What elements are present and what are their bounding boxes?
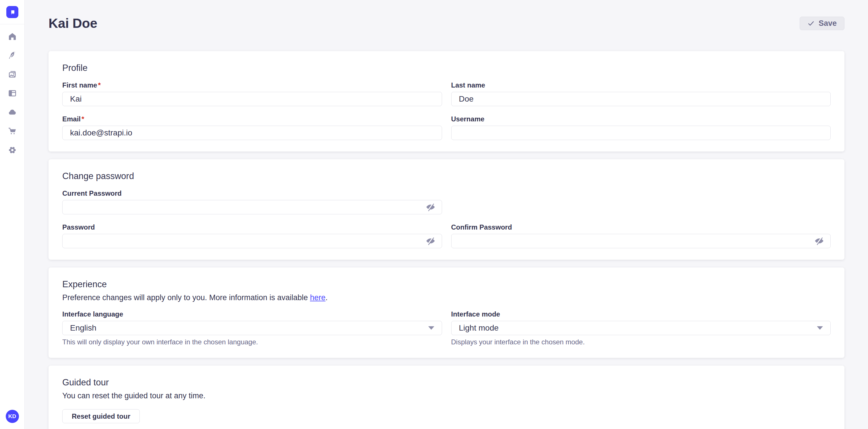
change-password-card: Change password Current Password xyxy=(49,159,844,260)
reset-guided-tour-button[interactable]: Reset guided tour xyxy=(62,409,140,423)
sidebar-item-content-type-builder[interactable] xyxy=(7,51,17,60)
save-button[interactable]: Save xyxy=(800,16,844,30)
username-input[interactable] xyxy=(451,126,831,140)
logo-area xyxy=(0,0,24,24)
last-name-label: Last name xyxy=(451,81,831,90)
more-information-link[interactable]: here xyxy=(310,293,326,302)
save-button-label: Save xyxy=(818,19,837,28)
interface-language-label: Interface language xyxy=(62,310,442,319)
sidebar-item-settings[interactable] xyxy=(7,145,17,155)
new-password-input[interactable] xyxy=(62,234,442,248)
page-title: Kai Doe xyxy=(49,15,97,31)
current-password-input[interactable] xyxy=(62,200,442,214)
page-header: Kai Doe Save xyxy=(49,15,844,31)
toggle-password-visibility-button[interactable] xyxy=(425,235,436,247)
chevron-down-icon xyxy=(428,326,434,330)
last-name-field: Last name xyxy=(451,81,831,106)
interface-language-select[interactable]: English xyxy=(62,321,442,335)
confirm-password-field: Confirm Password xyxy=(451,223,831,248)
current-password-field: Current Password xyxy=(62,189,442,214)
change-password-fields-grid: Current Password xyxy=(62,189,831,248)
user-avatar[interactable]: KD xyxy=(6,410,19,423)
guided-tour-section-title: Guided tour xyxy=(62,377,831,388)
interface-mode-select[interactable]: Light mode xyxy=(451,321,831,335)
current-password-label: Current Password xyxy=(62,189,442,198)
interface-language-value: English xyxy=(70,323,96,333)
first-name-label: First name* xyxy=(62,81,442,90)
interface-mode-value: Light mode xyxy=(459,323,499,333)
eye-off-icon xyxy=(426,202,435,212)
username-label: Username xyxy=(451,115,831,123)
guided-tour-card: Guided tour You can reset the guided tou… xyxy=(49,366,844,429)
username-field: Username xyxy=(451,115,831,140)
eye-off-icon xyxy=(814,236,824,246)
interface-mode-hint: Displays your interface in the chosen mo… xyxy=(451,338,831,346)
settings-cards: Profile First name* Last name Email* xyxy=(49,51,844,429)
email-field: Email* xyxy=(62,115,442,140)
first-name-input[interactable] xyxy=(62,92,442,106)
sidebar: KD xyxy=(0,0,25,429)
sidebar-item-media-library[interactable] xyxy=(7,69,17,79)
interface-language-hint: This will only display your own interfac… xyxy=(62,338,442,346)
sidebar-item-content-manager[interactable] xyxy=(7,88,17,98)
profile-section-title: Profile xyxy=(62,63,831,73)
sidebar-item-home[interactable] xyxy=(7,32,17,41)
main-content: Kai Doe Save Profile First name* Las xyxy=(25,0,868,429)
email-input[interactable] xyxy=(62,126,442,140)
toggle-password-visibility-button[interactable] xyxy=(813,235,825,247)
interface-mode-label: Interface mode xyxy=(451,310,831,319)
strapi-logo-icon xyxy=(6,6,19,18)
interface-language-field: Interface language English This will onl… xyxy=(62,310,442,346)
sidebar-item-cloud[interactable] xyxy=(7,107,17,117)
experience-fields-grid: Interface language English This will onl… xyxy=(62,310,831,346)
confirm-password-label: Confirm Password xyxy=(451,223,831,232)
interface-mode-field: Interface mode Light mode Displays your … xyxy=(451,310,831,346)
new-password-field: Password xyxy=(62,223,442,248)
sidebar-item-marketplace[interactable] xyxy=(7,126,17,136)
strapi-admin-app: KD Kai Doe Save Profile First name* xyxy=(0,0,868,429)
required-asterisk: * xyxy=(82,115,84,123)
sidebar-nav xyxy=(7,32,17,155)
email-label: Email* xyxy=(62,115,442,123)
experience-description: Preference changes will apply only to yo… xyxy=(62,293,831,302)
eye-off-icon xyxy=(426,236,435,246)
guided-tour-description: You can reset the guided tour at any tim… xyxy=(62,391,831,401)
new-password-label: Password xyxy=(62,223,442,232)
toggle-password-visibility-button[interactable] xyxy=(425,201,436,213)
experience-section-title: Experience xyxy=(62,279,831,290)
last-name-input[interactable] xyxy=(451,92,831,106)
first-name-field: First name* xyxy=(62,81,442,106)
change-password-section-title: Change password xyxy=(62,171,831,182)
check-icon xyxy=(807,20,815,27)
confirm-password-input[interactable] xyxy=(451,234,831,248)
profile-card: Profile First name* Last name Email* xyxy=(49,51,844,152)
profile-fields-grid: First name* Last name Email* Username xyxy=(62,81,831,140)
required-asterisk: * xyxy=(98,81,100,89)
chevron-down-icon xyxy=(817,326,823,330)
experience-card: Experience Preference changes will apply… xyxy=(49,267,844,358)
